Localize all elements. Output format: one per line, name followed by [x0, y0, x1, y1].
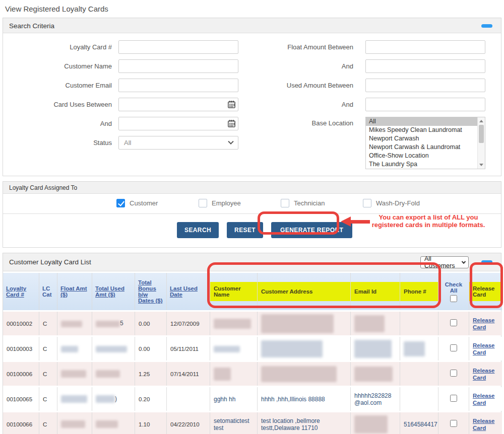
used-between-label: Used Amount Between [249, 82, 353, 89]
customer-filter-select[interactable]: All Customers [420, 256, 469, 268]
sort-link-float-amt[interactable]: Float Amt ($) [60, 285, 87, 298]
loyalty-card-table: Loyalty Card # LC Cat Float Amt ($) Tota… [3, 271, 502, 434]
chevron-down-icon [228, 138, 233, 144]
base-location-option[interactable]: The Laundry Spa [366, 160, 485, 169]
sort-link-total-bonus[interactable]: Total Bonus b/w Dates ($) [138, 279, 163, 304]
technician-checkbox[interactable] [281, 199, 289, 207]
collapse-icon[interactable] [481, 260, 492, 264]
col-header-email-id: Email Id [350, 273, 400, 310]
redacted-value [261, 366, 337, 382]
redacted-value [261, 340, 323, 357]
scroll-down-icon[interactable] [479, 164, 483, 166]
base-location-option[interactable]: Mikes Speedy Clean Laundromat [366, 126, 485, 134]
base-location-option[interactable]: The Laundry Spa Showroom [366, 169, 485, 169]
status-select[interactable]: All [118, 136, 238, 150]
search-button[interactable]: SEARCH [177, 222, 219, 238]
base-location-option[interactable]: Newport Carwash [366, 134, 485, 143]
table-row: 00100066 C 1.10 04/22/2010 setomatictest… [3, 412, 502, 434]
col-header-last-used-date: Last Used Date [166, 273, 210, 310]
col-header-lc-cat: LC Cat [39, 273, 57, 310]
scrollbar[interactable] [477, 117, 485, 169]
customer-email-label: Customer Email [4, 82, 112, 89]
redacted-value [354, 367, 393, 382]
base-location-option[interactable]: Newport Carwash & Laundromat [366, 143, 485, 152]
scroll-up-icon[interactable] [479, 120, 483, 122]
wash-dry-fold-checkbox-label: Wash-Dry-Fold [376, 199, 420, 207]
card-uses-between-label: Card Uses Between [4, 101, 112, 108]
technician-checkbox-label: Technician [294, 199, 325, 207]
employee-checkbox[interactable] [199, 199, 207, 207]
sort-link-loyalty-card[interactable]: Loyalty Card # [6, 285, 26, 298]
used-and-label: And [249, 101, 353, 108]
calendar-icon[interactable] [227, 119, 236, 130]
release-card-link[interactable]: Release Card [473, 393, 494, 406]
redacted-value [61, 346, 78, 352]
row-checkbox[interactable] [450, 395, 457, 402]
page-title: View Registered Loyalty Cards [3, 0, 501, 18]
row-checkbox[interactable] [450, 344, 457, 351]
table-row: 00010002 C 5 0.00 12/07/2009 Release Car… [3, 312, 502, 335]
view-registered-loyalty-cards-page: View Registered Loyalty Cards Search Cri… [0, 0, 504, 434]
col-header-loyalty-card: Loyalty Card # [3, 273, 39, 310]
customer-email-input[interactable] [118, 79, 238, 92]
check-all-checkbox[interactable] [450, 295, 457, 302]
col-header-release-card: Release Card [469, 273, 502, 310]
redacted-value [404, 341, 425, 356]
col-header-check-all: Check All [438, 273, 469, 310]
card-list-title: Customer Loyalty Card List [9, 258, 91, 266]
redacted-value [61, 395, 87, 403]
redacted-value [354, 340, 392, 358]
card-uses-to-input[interactable] [118, 117, 238, 130]
search-criteria-panel: Search Criteria Loyalty Card # Customer … [3, 18, 501, 176]
release-card-link[interactable]: Release Card [473, 342, 494, 355]
assigned-to-panel: Loyalty Card Assigned To Customer Employ… [3, 181, 501, 248]
redacted-value [354, 315, 385, 332]
redacted-value [214, 368, 231, 381]
search-criteria-title: Search Criteria [9, 22, 54, 30]
row-checkbox[interactable] [450, 420, 457, 427]
base-location-listbox[interactable]: All Mikes Speedy Clean Laundromat Newpor… [365, 117, 485, 169]
col-header-customer-name: Customer Name [210, 273, 257, 310]
redacted-value [61, 420, 85, 428]
row-checkbox[interactable] [450, 370, 457, 377]
used-to-input[interactable] [365, 98, 485, 111]
col-header-phone: Phone # [400, 273, 438, 310]
customer-filter-value: All Customers [424, 255, 462, 269]
customer-checkbox[interactable] [116, 199, 125, 207]
status-value: All [124, 139, 131, 147]
generate-report-button[interactable]: GENERATE REPORT [271, 222, 352, 238]
float-from-input[interactable] [365, 40, 485, 54]
card-uses-and-label: And [4, 120, 112, 127]
wash-dry-fold-checkbox[interactable] [363, 199, 371, 207]
customer-name-input[interactable] [118, 59, 238, 73]
sort-link-total-used[interactable]: Total Used Amt ($) [95, 285, 124, 298]
sort-link-last-used[interactable]: Last Used Date [170, 285, 198, 298]
card-uses-from-input[interactable] [118, 98, 238, 111]
float-between-label: Float Amount Between [249, 43, 353, 51]
float-to-input[interactable] [365, 59, 485, 73]
col-header-total-bonus: Total Bonus b/w Dates ($) [135, 273, 166, 310]
base-location-option[interactable]: All [366, 117, 485, 126]
row-checkbox[interactable] [450, 319, 457, 326]
col-header-customer-address: Customer Address [257, 273, 350, 310]
table-row: 00100065 C ) 0.20 gghh hh hhhh ,hhh,Illi… [3, 387, 502, 411]
action-buttons: SEARCH RESET GENERATE REPORT [3, 213, 501, 247]
table-row: 00100003 C 0.00 05/11/2011 Release Card [3, 337, 502, 360]
collapse-icon[interactable] [481, 24, 492, 28]
redacted-value [354, 415, 388, 433]
used-from-input[interactable] [365, 79, 485, 92]
release-card-link[interactable]: Release Card [473, 317, 494, 330]
redacted-value [261, 314, 334, 333]
redacted-value [96, 395, 115, 403]
release-card-link[interactable]: Release Card [473, 368, 494, 381]
redacted-value [61, 321, 82, 327]
release-card-link[interactable]: Release Card [473, 418, 494, 431]
customer-checkbox-label: Customer [130, 199, 158, 207]
assigned-to-options: Customer Employee Technician Wash-Dry-Fo… [3, 194, 501, 213]
calendar-icon[interactable] [227, 100, 236, 111]
reset-button[interactable]: RESET [227, 222, 263, 238]
base-location-option[interactable]: Office-Show Location [366, 152, 485, 160]
loyalty-card-input[interactable] [118, 40, 238, 54]
table-header-row: Loyalty Card # LC Cat Float Amt ($) Tota… [3, 273, 502, 310]
scrollbar-thumb[interactable] [479, 125, 484, 143]
